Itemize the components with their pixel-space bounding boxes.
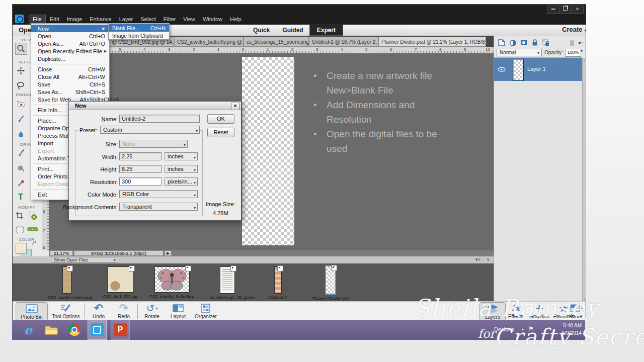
size-dropdown[interactable]: None▾ (119, 140, 188, 148)
document-transparent-canvas[interactable] (242, 57, 294, 245)
menu-item-save[interactable]: SaveCtrl+S (31, 80, 109, 88)
width-input[interactable]: 2.25 (119, 152, 162, 160)
bin-collapse-icon[interactable]: ∨ (487, 257, 490, 262)
status-arrow-icon[interactable]: ▶ (165, 250, 172, 256)
taskbar-chrome-icon[interactable] (67, 323, 82, 337)
adjustment-layer-button[interactable] (508, 39, 517, 47)
background-contents-dropdown[interactable]: Transparent▾ (119, 203, 198, 211)
restore-button[interactable] (559, 6, 572, 14)
delete-layer-button[interactable] (568, 39, 577, 47)
taskbar-pse-icon[interactable] (90, 323, 104, 337)
create-button[interactable]: Create▾ (562, 26, 586, 33)
bin-item-planner-divider-selected[interactable]: Planner Divider.psd (312, 265, 349, 301)
foreground-color-swatch[interactable] (16, 243, 27, 254)
dialog-title[interactable]: New (69, 102, 241, 110)
layer-row-layer1[interactable]: Layer 1 (494, 58, 582, 81)
scroll-up-icon[interactable]: ▴ (583, 58, 586, 62)
tab-quick[interactable]: Quick (247, 26, 276, 35)
menu-enhance[interactable]: Enhance (86, 15, 115, 23)
color-mode-dropdown[interactable]: RGB Color▾ (119, 190, 198, 198)
height-input[interactable]: 8.25 (119, 165, 162, 173)
visibility-eye-icon[interactable] (498, 67, 506, 72)
taskbar-powerpoint-icon[interactable]: P (113, 323, 127, 337)
doc-tab-planner-divider[interactable]: Planner Divider.psd @ 21.2% (Layer 1, RG… (378, 37, 486, 47)
crop-tool[interactable] (14, 210, 25, 221)
panel-scrollbar[interactable]: ▴ ▾ (582, 58, 586, 301)
bin-item-untitled1[interactable]: Untitled-1 (263, 266, 293, 300)
preset-dropdown[interactable]: Custom▾ (100, 126, 200, 134)
menu-item-duplicate[interactable]: Duplicate... (31, 55, 109, 62)
lock-all-button[interactable] (530, 39, 539, 47)
ok-button[interactable]: OK (207, 114, 234, 124)
organizer-button[interactable]: Organizer (192, 303, 220, 319)
zoom-tool[interactable] (15, 43, 27, 55)
submenu-item-blank-file[interactable]: Blank File...Ctrl+N (109, 24, 169, 32)
chevron-down-icon[interactable]: ▾ (581, 49, 583, 53)
layer-name[interactable]: Layer 1 (527, 66, 546, 72)
layout-button[interactable]: Layout (167, 303, 190, 319)
bin-item-bird[interactable]: CS2_bird_002.jpg (99, 266, 141, 299)
lock-transparency-button[interactable] (541, 39, 550, 47)
taskbar-ie-icon[interactable]: e (21, 323, 35, 337)
menu-item-open-as[interactable]: Open As...Alt+Ctrl+O (31, 40, 109, 47)
menu-image[interactable]: Image (63, 15, 86, 23)
doc-tab-butterfly[interactable]: CS2_jewelry_butterfly.png @...× (174, 37, 244, 47)
menu-layer[interactable]: Layer (116, 15, 137, 23)
menu-item-open[interactable]: Open...Ctrl+O (31, 32, 109, 40)
lasso-tool[interactable] (15, 80, 26, 91)
menu-window[interactable]: Window (199, 15, 226, 23)
color-profile[interactable]: sRGB IEC61966-2.1 (8bpc) (74, 250, 164, 256)
swap-colors-icon[interactable] (32, 241, 38, 247)
minimize-button[interactable] (547, 6, 559, 14)
new-layer-button[interactable] (497, 39, 506, 47)
resolution-input[interactable]: 300 (119, 177, 162, 186)
red-eye-tool[interactable] (15, 98, 26, 109)
healing-brush-tool[interactable] (15, 113, 26, 124)
menu-filter[interactable]: Filter (160, 15, 179, 23)
straighten-tool[interactable] (27, 223, 38, 234)
tool-options-button[interactable]: Tool Options (50, 303, 82, 319)
resolution-unit-dropdown[interactable]: pixels/in...▾ (165, 177, 198, 186)
dialog-close-button[interactable]: ✕ (231, 103, 239, 110)
layer-thumbnail[interactable] (513, 59, 523, 80)
rotate-button[interactable]: ↺▾ Rotate (139, 303, 165, 319)
tab-expert[interactable]: Expert (309, 25, 343, 36)
tab-guided[interactable]: Guided (276, 26, 309, 35)
brush-tool[interactable] (15, 147, 26, 158)
submenu-item-image-from-clipboard[interactable]: Image from Clipboard (109, 32, 169, 39)
doc-tab-poem[interactable]: cs_blessings_15_poem.png ...× (244, 37, 309, 47)
menu-item-close-all[interactable]: Close AllAlt+Ctrl+W (31, 73, 109, 80)
redo-button[interactable]: ↷ Redo (112, 303, 135, 319)
bin-item-roses[interactable]: CS2_border_roses.png (48, 266, 86, 300)
eyedropper-tool[interactable] (15, 177, 26, 189)
layer-mask-button[interactable] (519, 39, 528, 47)
show-open-files-dropdown[interactable]: Show Open Files▾ (51, 257, 118, 263)
opacity-value[interactable]: 100% (565, 49, 581, 57)
paint-bucket-tool[interactable] (15, 162, 26, 173)
name-input[interactable]: Untitled-2 (119, 115, 200, 123)
taskbar-explorer-icon[interactable] (44, 323, 58, 337)
zoom-level[interactable]: 21.17% (50, 250, 73, 256)
menu-file[interactable]: File (29, 15, 46, 24)
cookie-cutter-tool[interactable] (14, 223, 25, 234)
close-button[interactable]: ✕ (571, 6, 584, 14)
type-tool[interactable]: T (15, 192, 26, 203)
panel-menu-button[interactable]: ▾≡ (577, 39, 586, 47)
width-unit-dropdown[interactable]: inches▾ (165, 152, 198, 160)
menu-edit[interactable]: Edit (46, 15, 63, 23)
bin-menu-icon[interactable]: ▾≡ (475, 257, 480, 262)
photo-bin-button[interactable]: Photo Bin (16, 302, 48, 321)
menu-help[interactable]: Help (226, 15, 245, 23)
menu-item-new[interactable]: New▶ (31, 25, 109, 32)
blur-tool[interactable] (15, 128, 26, 139)
menu-item-close[interactable]: CloseCtrl+W (31, 65, 109, 73)
reset-button[interactable]: Reset (207, 128, 234, 137)
menu-item-save-as[interactable]: Save As...Shift+Ctrl+S (31, 88, 109, 96)
height-unit-dropdown[interactable]: inches▾ (165, 165, 198, 173)
blend-mode-dropdown[interactable]: Normal▾ (497, 49, 542, 56)
bin-item-butterfly[interactable]: CS2_jewelry_butterfly.p... (149, 266, 195, 299)
doc-tab-untitled1[interactable]: Untitled-1 @ 16.7% (Layer 2, ...× (309, 37, 378, 47)
undo-button[interactable]: ↶ Undo (87, 303, 110, 319)
move-tool[interactable] (15, 65, 26, 76)
menu-item-open-recent[interactable]: Open Recently Edited File▶ (31, 47, 109, 55)
